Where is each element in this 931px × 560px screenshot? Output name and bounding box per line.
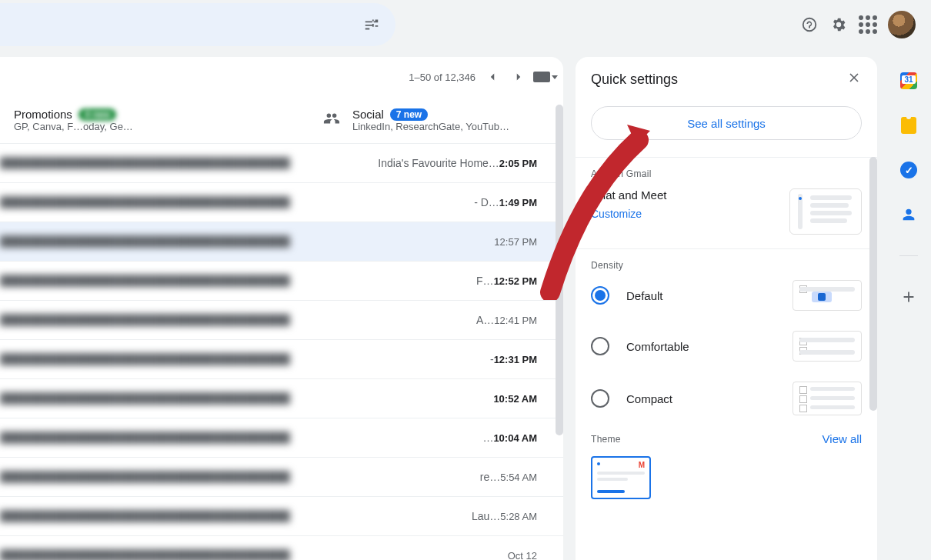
- caret-down-icon: [552, 75, 558, 79]
- quick-settings-title: Quick settings: [591, 72, 678, 88]
- pager-range: 1–50 of 12,346: [409, 72, 476, 83]
- section-apps-in-gmail: Apps in Gmail Chat and Meet Customize: [576, 157, 877, 248]
- tab-social-label: Social: [352, 108, 384, 121]
- mail-row-snippet: re…: [480, 471, 500, 483]
- apps-preview-thumb: [789, 188, 862, 235]
- support-icon[interactable]: [800, 15, 819, 34]
- mail-row-body: ██████████████████████████████████████: [0, 353, 486, 365]
- header-bar: [0, 0, 931, 49]
- mail-row-body: ██████████████████████████████████████: [0, 471, 476, 483]
- mail-row[interactable]: ██████████████████████████████████████10…: [0, 378, 563, 418]
- tab-social-sub: LinkedIn, ResearchGate, YouTub…: [352, 121, 509, 132]
- mail-row-time: 12:31 PM: [494, 354, 537, 365]
- search-bar[interactable]: [0, 3, 395, 46]
- mail-row-time: 10:04 AM: [493, 432, 537, 444]
- mail-row[interactable]: ██████████████████████████████████████ -…: [0, 339, 563, 378]
- pager-prev-icon[interactable]: [483, 68, 502, 86]
- contacts-icon[interactable]: [900, 206, 917, 223]
- mail-row[interactable]: ██████████████████████████████████████ -…: [0, 182, 563, 222]
- density-default-thumb: [793, 280, 862, 311]
- settings-gear-icon[interactable]: [829, 15, 848, 34]
- mail-row-body: ██████████████████████████████████████: [0, 157, 373, 169]
- mail-row-snippet: - D…: [474, 196, 499, 208]
- google-apps-icon[interactable]: [859, 15, 877, 34]
- mail-row-body: ██████████████████████████████████████: [0, 549, 503, 560]
- theme-header: Theme: [591, 434, 621, 445]
- category-tabs: Promotions 4 new GP, Canva, F…oday, Ge… …: [0, 97, 563, 143]
- mail-row-snippet: India's Favourite Home…: [378, 157, 499, 169]
- density-header: Density: [591, 260, 862, 271]
- see-all-settings-button[interactable]: See all settings: [591, 106, 862, 140]
- settings-scrollbar[interactable]: [869, 157, 877, 411]
- quick-settings-header: Quick settings: [576, 57, 877, 102]
- mail-row-time: 12:41 PM: [494, 315, 537, 326]
- mail-row-body: ██████████████████████████████████████: [0, 235, 489, 248]
- radio-comfortable[interactable]: [591, 337, 609, 355]
- mail-row-time: 12:52 PM: [494, 275, 537, 287]
- keyboard-icon: [533, 72, 550, 82]
- mail-row-time: 1:49 PM: [499, 197, 537, 208]
- mail-row-body: ██████████████████████████████████████: [0, 392, 489, 405]
- pager-next-icon[interactable]: [509, 68, 528, 86]
- input-method-selector[interactable]: [528, 57, 563, 97]
- mail-row-body: ██████████████████████████████████████: [0, 275, 472, 287]
- search-filters-icon[interactable]: [363, 16, 380, 33]
- mail-row[interactable]: ██████████████████████████████████████12…: [0, 222, 563, 261]
- account-avatar[interactable]: [888, 11, 916, 38]
- mail-row-snippet: Lau…: [472, 510, 500, 522]
- tab-promotions-sub: GP, Canva, F…oday, Ge…: [14, 121, 133, 132]
- mail-row[interactable]: ██████████████████████████████████████ A…: [0, 300, 563, 339]
- tab-promotions[interactable]: Promotions 4 new GP, Canva, F…oday, Ge…: [0, 108, 309, 132]
- mail-rows: ██████████████████████████████████████In…: [0, 143, 563, 560]
- mail-row-time: 10:52 AM: [493, 393, 537, 405]
- keep-icon[interactable]: [901, 117, 916, 134]
- mail-row[interactable]: ██████████████████████████████████████ r…: [0, 457, 563, 496]
- mail-row-time: Oct 12: [508, 550, 537, 561]
- tab-promotions-badge: 4 new: [78, 108, 116, 121]
- quick-settings-panel: Quick settings See all settings Apps in …: [576, 57, 877, 560]
- mail-list-panel: 1–50 of 12,346 Promotions 4 new GP, Canv…: [0, 57, 563, 560]
- tab-promotions-label: Promotions: [14, 108, 72, 121]
- tab-social[interactable]: Social 7 new LinkedIn, ResearchGate, You…: [309, 108, 563, 132]
- rail-divider: [899, 255, 918, 256]
- get-addons-icon[interactable]: [900, 288, 917, 305]
- mail-row-snippet: …: [482, 432, 493, 444]
- radio-default[interactable]: [591, 286, 609, 305]
- mail-row-body: ██████████████████████████████████████: [0, 432, 478, 444]
- apps-line: Chat and Meet: [591, 188, 666, 202]
- mail-row-snippet: A…: [476, 314, 494, 326]
- mail-row[interactable]: ██████████████████████████████████████ F…: [0, 261, 563, 300]
- density-default[interactable]: Default: [591, 280, 862, 311]
- mail-scrollbar[interactable]: [556, 105, 563, 435]
- mail-row[interactable]: ██████████████████████████████████████…1…: [0, 418, 563, 457]
- calendar-icon[interactable]: [900, 72, 917, 89]
- mail-row[interactable]: ██████████████████████████████████████ L…: [0, 496, 563, 535]
- density-comfortable[interactable]: Comfortable: [591, 331, 862, 362]
- density-compact-thumb: [793, 382, 862, 415]
- mail-row-time: 12:57 PM: [494, 236, 537, 248]
- people-icon: [323, 110, 340, 130]
- theme-view-all-link[interactable]: View all: [823, 432, 862, 445]
- theme-option-selected[interactable]: [591, 456, 651, 499]
- apps-header: Apps in Gmail: [591, 168, 862, 179]
- radio-compact[interactable]: [591, 389, 609, 408]
- mail-row-body: ██████████████████████████████████████: [0, 510, 467, 522]
- side-panel-rail: [886, 49, 931, 560]
- header-icons: [800, 8, 916, 42]
- mail-row-time: 2:05 PM: [499, 158, 537, 169]
- mail-toolbar: 1–50 of 12,346: [0, 57, 563, 97]
- mail-row-body: ██████████████████████████████████████: [0, 196, 469, 208]
- tab-social-badge: 7 new: [390, 108, 428, 121]
- section-theme: Theme View all: [576, 432, 877, 513]
- mail-row-body: ██████████████████████████████████████: [0, 314, 472, 326]
- customize-link[interactable]: Customize: [591, 208, 666, 220]
- mail-row-time: 5:28 AM: [500, 511, 537, 522]
- mail-row[interactable]: ██████████████████████████████████████In…: [0, 143, 563, 182]
- mail-row-snippet: F…: [476, 275, 494, 287]
- mail-row[interactable]: ██████████████████████████████████████Oc…: [0, 535, 563, 560]
- close-icon[interactable]: [846, 70, 862, 88]
- density-comfortable-thumb: [793, 331, 862, 362]
- tasks-icon[interactable]: [900, 162, 917, 178]
- density-compact[interactable]: Compact: [591, 382, 862, 415]
- pager: 1–50 of 12,346: [409, 57, 528, 97]
